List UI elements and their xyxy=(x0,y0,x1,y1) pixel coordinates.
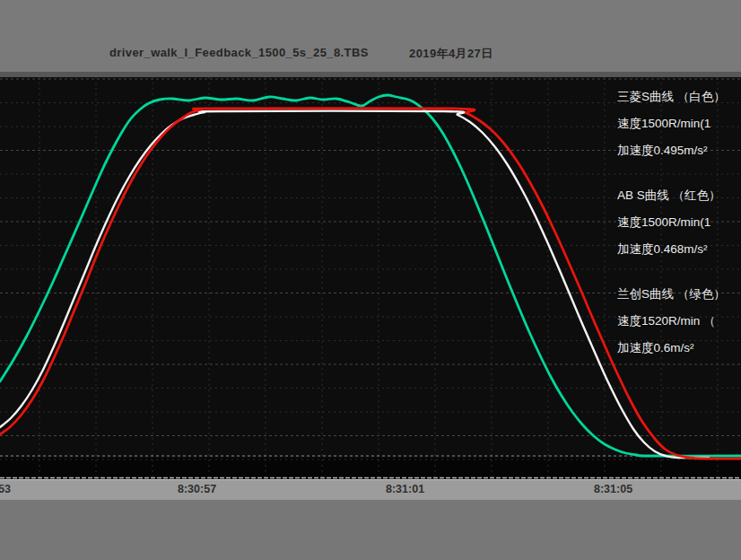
legend-series-name: AB S曲线 （红色） xyxy=(617,182,741,209)
below-zero-band xyxy=(0,458,741,479)
legend-speed-value: 速度1500R/min(1 xyxy=(617,110,741,137)
plot-area[interactable]: 三菱S曲线 （白色） 速度1500R/min(1 加速度0.495m/s² AB… xyxy=(0,77,741,479)
x-tick-label: 8:31:01 xyxy=(386,483,424,495)
legend-speed-value: 速度1500R/min(1 xyxy=(617,209,741,236)
chart-title: driver_walk_I_Feedback_1500_5s_25_8.TBS xyxy=(109,46,369,59)
x-tick-label: 8:30:57 xyxy=(178,483,216,495)
x-tick-label: 53 xyxy=(0,483,11,495)
title-row: driver_walk_I_Feedback_1500_5s_25_8.TBS … xyxy=(0,46,741,62)
legend-series-name: 兰创S曲线 （绿色） xyxy=(617,281,741,308)
legend-block-ab: AB S曲线 （红色） 速度1500R/min(1 加速度0.468m/s² xyxy=(617,182,741,263)
chart-date: 2019年4月27日 xyxy=(409,46,493,62)
legend-series-name: 三菱S曲线 （白色） xyxy=(617,83,741,110)
tbs-chart-window: { "header": { "title": "driver_walk_I_Fe… xyxy=(0,0,741,560)
legend-accel-value: 加速度0.6m/s² xyxy=(617,335,741,362)
footer-area xyxy=(0,500,741,560)
legend-block-mitsubishi: 三菱S曲线 （白色） 速度1500R/min(1 加速度0.495m/s² xyxy=(617,83,741,164)
legend-accel-value: 加速度0.468m/s² xyxy=(617,236,741,263)
legend-speed-value: 速度1520R/min （ xyxy=(617,308,741,335)
legend-accel-value: 加速度0.495m/s² xyxy=(617,137,741,164)
x-axis-strip: 53 8:30:57 8:31:01 8:31:05 xyxy=(0,479,741,501)
x-tick-label: 8:31:05 xyxy=(594,483,632,495)
chart-header: driver_walk_I_Feedback_1500_5s_25_8.TBS … xyxy=(0,0,741,72)
legend-block-lanchuang: 兰创S曲线 （绿色） 速度1520R/min （ 加速度0.6m/s² xyxy=(617,281,741,362)
